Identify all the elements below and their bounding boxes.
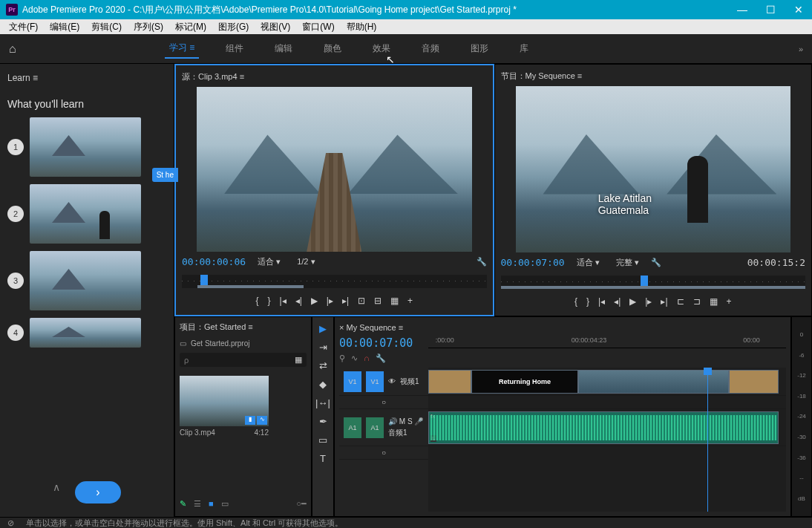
audio-icon[interactable]: 🔊 [388,417,397,426]
clip-title[interactable]: Returning Home [471,370,579,394]
close-button[interactable]: ✕ [791,4,806,16]
track-header-v1[interactable]: V1 V1 👁 视频1 [339,368,428,396]
settings-icon[interactable]: 🔧 [651,258,661,267]
mark-in-icon[interactable]: { [255,296,258,306]
filter-icon[interactable]: ▦ [295,355,302,365]
button-editor-icon[interactable]: + [407,296,413,306]
list-view-icon[interactable]: ☰ [194,499,201,509]
source-zoom-dropdown[interactable]: 1/2 ▾ [292,255,319,268]
export-frame-icon[interactable]: ▦ [390,296,399,306]
settings-icon[interactable]: 🔧 [376,353,386,363]
hand-tool-icon[interactable]: ▭ [318,434,327,446]
timeline-timecode[interactable]: 00:00:07:00 [339,335,428,351]
lesson-2[interactable]: 2 [7,184,166,244]
menu-window[interactable]: 窗口(W) [296,21,340,33]
goto-out-icon[interactable]: ▸| [342,296,349,306]
program-scrubber[interactable] [501,276,806,289]
overwrite-icon[interactable]: ⊟ [374,296,382,306]
slip-tool-icon[interactable]: |↔| [315,397,330,408]
search-input[interactable] [184,355,295,365]
learn-tag[interactable]: St he [152,168,178,182]
menu-help[interactable]: 帮助(H) [341,21,383,33]
selection-tool-icon[interactable]: ▶ [319,323,327,334]
project-search[interactable]: ▦ [180,353,307,367]
button-editor-icon[interactable]: + [727,296,732,307]
clip-transition[interactable] [729,370,779,394]
workspace-learn[interactable]: 学习 ≡ [165,39,199,59]
goto-out-icon[interactable]: ▸| [661,296,667,307]
minimize-button[interactable]: — [735,4,750,16]
step-back-icon[interactable]: ◂| [295,296,302,306]
play-icon[interactable]: ▶ [629,296,636,307]
mark-out-icon[interactable]: } [586,296,589,307]
menu-sequence[interactable]: 序列(S) [128,21,169,33]
source-viewport[interactable] [197,87,472,252]
learn-prev-icon[interactable]: ∧ [53,481,60,503]
menu-clip[interactable]: 剪辑(C) [85,21,128,33]
track-header-a-collapse[interactable]: ○ [339,446,428,460]
step-fwd-icon[interactable]: |▸ [645,296,652,307]
timeline-tracks[interactable]: Returning Home fx L [428,368,786,512]
insert-icon[interactable]: ⊡ [358,296,365,306]
clip-audio[interactable]: fx L [428,411,779,444]
pen-tool-icon[interactable]: ✒ [319,416,327,427]
ripple-tool-icon[interactable]: ⇄ [319,360,327,371]
lift-icon[interactable]: ⊏ [677,296,684,307]
mark-out-icon[interactable]: } [267,296,270,306]
track-v1[interactable]: Returning Home [428,368,786,396]
settings-icon[interactable]: 🔧 [477,257,487,267]
lesson-1[interactable]: 1 [7,117,166,177]
workspace-graphics[interactable]: 图形 [466,39,493,58]
source-fit-dropdown[interactable]: 适合 ▾ [253,255,285,269]
menu-graphics[interactable]: 图形(G) [212,21,255,33]
project-breadcrumb[interactable]: ▭ Get Started.prproj [180,337,307,350]
eye-icon[interactable]: 👁 [388,377,396,385]
goto-in-icon[interactable]: |◂ [598,296,605,307]
workspace-audio[interactable]: 音频 [417,39,444,58]
track-header-v-collapse[interactable]: ○ [339,396,428,409]
razor-tool-icon[interactable]: ◆ [319,379,327,390]
solo-button[interactable]: S [407,417,413,426]
track-header-a1[interactable]: A1 A1 🔊 M S 🎤 音频1 [339,409,428,446]
a1-source-patch[interactable]: A1 [344,417,361,438]
workspace-assembly[interactable]: 组件 [221,39,248,58]
source-scrubber[interactable] [182,275,487,288]
goto-in-icon[interactable]: |◂ [280,296,287,306]
track-a1[interactable]: fx L [428,409,786,446]
marker-icon[interactable]: ∩ [364,353,370,363]
linked-selection-icon[interactable]: ∿ [351,353,358,363]
pen-icon[interactable]: ✎ [180,499,186,509]
home-icon[interactable]: ⌂ [9,42,16,56]
lesson-3[interactable]: 3 [7,251,166,310]
mute-button[interactable]: M [399,417,405,426]
project-clip-item[interactable]: ▮∿ Clip 3.mp4 4:12 [180,376,269,437]
program-timecode[interactable]: 00:00:07:00 [501,257,565,268]
maximize-button[interactable]: ☐ [763,4,778,16]
zoom-slider[interactable]: ○━ [296,499,307,509]
workspace-effects[interactable]: 效果 [368,39,395,58]
mark-in-icon[interactable]: { [574,296,577,307]
icon-view-icon[interactable]: ■ [209,499,214,509]
extract-icon[interactable]: ⊐ [693,296,701,307]
export-frame-icon[interactable]: ▦ [710,296,718,307]
workspace-overflow-icon[interactable]: » [799,45,803,53]
step-back-icon[interactable]: ◂| [614,296,621,307]
timeline-ruler[interactable]: :00:00 00:00:04:23 00:00 [428,335,786,348]
learn-next-button[interactable]: › [75,481,120,503]
menu-file[interactable]: 文件(F) [3,21,44,33]
workspace-color[interactable]: 颜色 [319,39,346,58]
v1-source-patch[interactable]: V1 [344,371,361,392]
menu-marker[interactable]: 标记(M) [169,21,212,33]
a1-target-patch[interactable]: A1 [366,417,384,438]
lesson-4[interactable]: 4 [7,318,166,348]
program-viewport[interactable]: Lake AtitlanGuatemala [516,86,791,252]
snap-icon[interactable]: ⚲ [339,353,345,363]
v1-target-patch[interactable]: V1 [366,371,384,392]
menu-view[interactable]: 视图(V) [255,21,296,33]
clip-transition[interactable] [428,370,471,394]
source-timecode[interactable]: 00:00:00:06 [182,256,246,267]
workspace-editing[interactable]: 编辑 [270,39,297,58]
step-fwd-icon[interactable]: |▸ [327,296,333,306]
program-fit-dropdown[interactable]: 适合 ▾ [572,255,604,270]
program-quality-dropdown[interactable]: 完整 ▾ [612,255,644,270]
